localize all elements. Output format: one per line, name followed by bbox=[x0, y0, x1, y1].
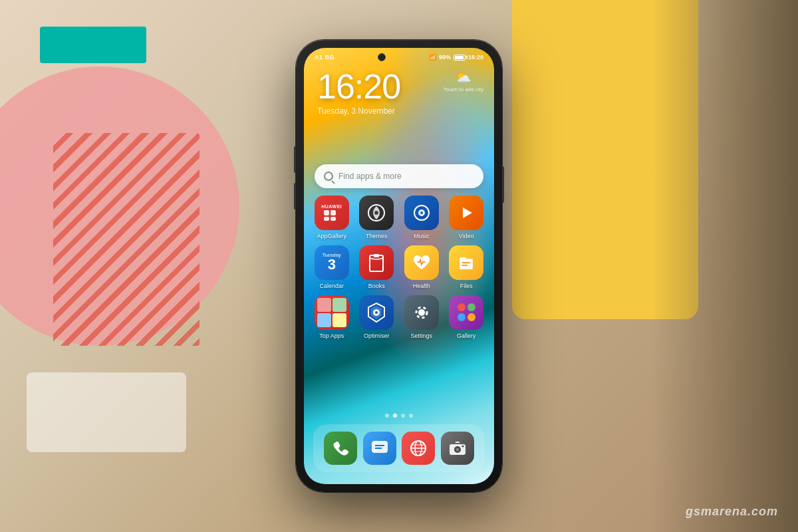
topapps-icon bbox=[315, 295, 349, 330]
gd-red bbox=[458, 303, 466, 311]
calendar-inner: Tuesday 3 bbox=[315, 253, 349, 272]
gallery-label: Gallery bbox=[457, 332, 476, 340]
app-item-video[interactable]: Video bbox=[446, 196, 488, 240]
optimiser-label: Optimiser bbox=[364, 332, 390, 340]
topapps-grid bbox=[315, 295, 349, 330]
dock-camera-icon bbox=[441, 432, 474, 465]
appgallery-label: AppGallery bbox=[317, 233, 346, 240]
calendar-icon: Tuesday 3 bbox=[315, 245, 349, 280]
status-time: 16:20 bbox=[468, 54, 483, 61]
dock-phone[interactable] bbox=[324, 432, 357, 465]
app-item-settings[interactable]: Settings bbox=[400, 295, 443, 340]
gallery-dots bbox=[454, 299, 479, 325]
phone-screen: A1 BG 📶 99% 16:20 16:20 Tuesday, 3 Novem… bbox=[304, 48, 494, 484]
app-grid: HUAWEI AppGallery bbox=[311, 196, 487, 339]
dock-browser[interactable] bbox=[402, 432, 435, 465]
files-icon-svg bbox=[457, 253, 475, 272]
huawei-logo: HUAWEI bbox=[321, 204, 342, 209]
search-bar[interactable]: Find apps & more bbox=[315, 164, 483, 188]
video-label: Video bbox=[459, 233, 474, 240]
phone-body: A1 BG 📶 99% 16:20 16:20 Tuesday, 3 Novem… bbox=[296, 40, 502, 492]
phone-icon-svg bbox=[332, 440, 349, 457]
app-item-gallery[interactable]: Gallery bbox=[446, 295, 488, 340]
clock-date: Tuesday, 3 November bbox=[317, 106, 481, 116]
video-icon bbox=[449, 196, 483, 230]
svg-rect-1 bbox=[331, 210, 336, 215]
app-item-topapps[interactable]: Top Apps bbox=[311, 295, 353, 340]
ta-cell-2 bbox=[332, 298, 346, 312]
dock-phone-icon bbox=[324, 432, 357, 465]
calendar-day-num: 3 bbox=[328, 257, 336, 272]
video-icon-svg bbox=[458, 204, 475, 221]
settings-label: Settings bbox=[410, 332, 432, 340]
app-item-files[interactable]: Files bbox=[446, 245, 488, 290]
volume-down-button[interactable] bbox=[294, 183, 296, 209]
svg-marker-9 bbox=[463, 207, 472, 218]
themes-icon-svg bbox=[366, 203, 386, 223]
dock bbox=[313, 424, 485, 472]
health-label: Health bbox=[413, 283, 430, 290]
svg-rect-10 bbox=[370, 255, 383, 271]
app-item-health[interactable]: Health bbox=[400, 245, 443, 290]
messages-icon-svg bbox=[370, 440, 389, 457]
bg-white-rect bbox=[27, 372, 186, 452]
ta-cell-1 bbox=[317, 298, 331, 312]
power-button[interactable] bbox=[502, 166, 504, 203]
front-camera bbox=[378, 53, 386, 61]
gd-green bbox=[467, 303, 475, 311]
svg-rect-13 bbox=[460, 257, 466, 261]
bg-teal-shape bbox=[40, 27, 146, 63]
calendar-label: Calendar bbox=[319, 283, 344, 290]
books-icon-svg bbox=[367, 253, 386, 273]
settings-icon-svg bbox=[412, 303, 432, 323]
clock-time: 16:20 bbox=[317, 69, 481, 104]
ta-cell-4 bbox=[332, 313, 346, 327]
dock-camera[interactable] bbox=[441, 432, 474, 465]
files-icon bbox=[449, 245, 483, 280]
optimiser-icon bbox=[359, 295, 394, 330]
themes-label: Themes bbox=[366, 233, 388, 240]
page-dots bbox=[304, 414, 494, 418]
battery-fill bbox=[455, 56, 464, 59]
svg-rect-20 bbox=[372, 441, 388, 453]
search-icon bbox=[324, 172, 333, 181]
app-item-appgallery[interactable]: HUAWEI AppGallery bbox=[311, 196, 353, 240]
app-item-optimiser[interactable]: Optimiser bbox=[356, 295, 398, 340]
bg-stripes bbox=[53, 133, 200, 346]
app-item-themes[interactable]: Themes bbox=[356, 196, 398, 240]
battery-icon bbox=[454, 55, 466, 61]
gallery-icon bbox=[449, 295, 483, 330]
svg-rect-3 bbox=[331, 217, 336, 221]
battery-percent: 99% bbox=[439, 54, 451, 61]
dock-messages[interactable] bbox=[363, 432, 396, 465]
dot-2-active bbox=[393, 414, 397, 418]
status-icons: 📶 99% 16:20 bbox=[429, 54, 483, 61]
svg-point-33 bbox=[462, 446, 464, 448]
volume-up-button[interactable] bbox=[294, 146, 296, 173]
phone: A1 BG 📶 99% 16:20 16:20 Tuesday, 3 Novem… bbox=[296, 40, 502, 492]
music-label: Music bbox=[414, 233, 430, 240]
topapps-label: Top Apps bbox=[319, 332, 344, 340]
dock-browser-icon bbox=[402, 432, 435, 465]
dock-messages-icon bbox=[363, 432, 396, 465]
svg-point-8 bbox=[420, 211, 423, 214]
appgallery-logo-svg bbox=[323, 209, 341, 222]
svg-point-18 bbox=[418, 309, 425, 316]
ta-cell-3 bbox=[317, 313, 331, 327]
health-icon bbox=[404, 245, 439, 280]
music-icon bbox=[404, 196, 439, 230]
svg-rect-11 bbox=[374, 254, 379, 257]
camera-icon-svg bbox=[448, 440, 467, 456]
files-label: Files bbox=[460, 283, 473, 290]
app-item-calendar[interactable]: Tuesday 3 Calendar bbox=[311, 245, 353, 290]
clock-area: 16:20 Tuesday, 3 November bbox=[317, 69, 481, 116]
app-item-music[interactable]: Music bbox=[400, 196, 443, 240]
svg-point-32 bbox=[456, 449, 458, 451]
svg-point-5 bbox=[374, 211, 378, 215]
appgallery-icon: HUAWEI bbox=[315, 196, 349, 230]
carrier-text: A1 BG bbox=[315, 54, 334, 61]
books-icon bbox=[359, 245, 394, 280]
browser-icon-svg bbox=[409, 439, 428, 458]
gd-orange bbox=[467, 313, 475, 321]
app-item-books[interactable]: Books bbox=[356, 245, 398, 290]
